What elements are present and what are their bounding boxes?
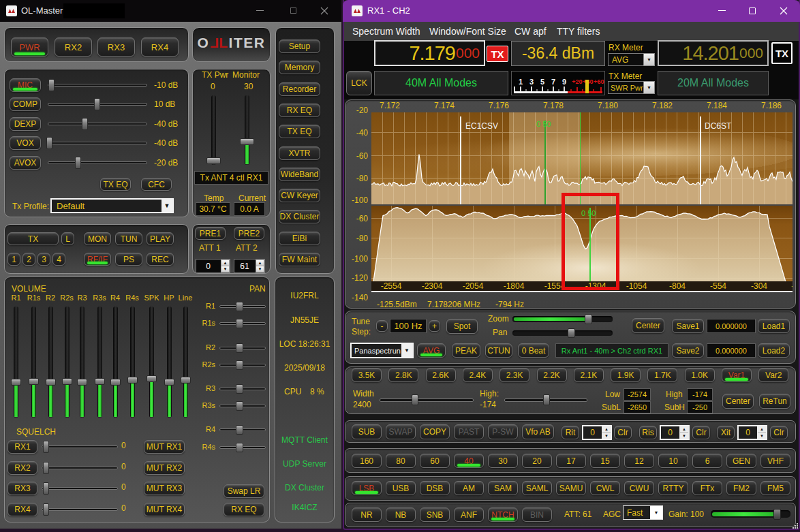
svg-text:-2054: -2054 — [463, 281, 484, 291]
svg-text:0 50: 0 50 — [536, 120, 551, 128]
svg-text:3: 3 — [529, 78, 534, 86]
svg-text:5: 5 — [540, 78, 544, 86]
svg-text:-1804: -1804 — [504, 281, 525, 291]
svg-text:-2554: -2554 — [381, 281, 402, 291]
svg-text:7: 7 — [551, 78, 555, 86]
svg-text:-554: -554 — [710, 281, 726, 291]
svg-text:-54: -54 — [791, 281, 793, 291]
svg-text:EC1CSV: EC1CSV — [465, 121, 498, 131]
svg-text:+20: +20 — [572, 78, 582, 85]
svg-text:-1054: -1054 — [626, 281, 647, 291]
svg-text:-2304: -2304 — [422, 281, 443, 291]
svg-text:9: 9 — [562, 78, 566, 86]
svg-text:-804: -804 — [669, 281, 686, 291]
svg-text:-304: -304 — [751, 281, 767, 291]
svg-text:DC6ST: DC6ST — [705, 121, 732, 131]
svg-text:1: 1 — [519, 78, 523, 86]
svg-text:+60: +60 — [594, 78, 604, 85]
